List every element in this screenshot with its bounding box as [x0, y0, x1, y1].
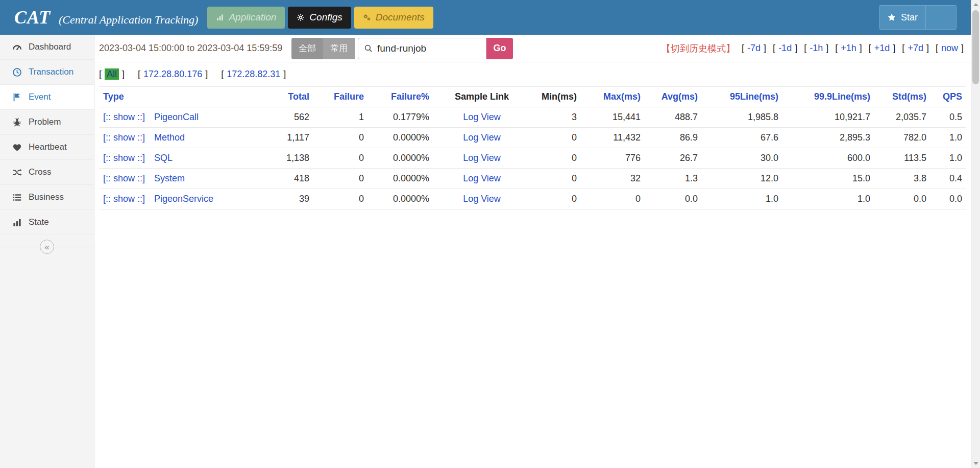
log-view-link[interactable]: Log View: [463, 112, 501, 122]
time-shift-item: [-1d]: [773, 43, 797, 54]
app-header: CAT (Central Application Tracking) Appli…: [0, 0, 971, 35]
machine-ip-list: [172.28.80.176][172.28.82.31]: [138, 69, 286, 80]
heart-icon: [12, 143, 22, 152]
history-mode-link[interactable]: 【切到历史模式】: [662, 42, 735, 55]
failure-cell: 0: [313, 189, 368, 209]
type-link[interactable]: PigeonService: [154, 194, 213, 204]
gear-icon: [297, 13, 305, 21]
sidebar-item-problem[interactable]: Problem: [0, 110, 94, 135]
bracket: [: [99, 69, 102, 79]
col-header-failure[interactable]: Failure: [313, 87, 368, 107]
time-shift-link[interactable]: +1h: [841, 43, 856, 53]
sidebar-item-label: Transaction: [29, 67, 74, 77]
log-view-link[interactable]: Log View: [463, 132, 501, 143]
avg-cell: 86.9: [645, 128, 702, 148]
min-cell: 3: [530, 107, 581, 128]
star-button[interactable]: Star: [879, 6, 925, 29]
app-subtitle: (Central Application Tracking): [59, 13, 198, 27]
machine-filter-all: [All]: [99, 69, 125, 80]
bracket: ]: [961, 43, 964, 53]
col-header-avg-ms-[interactable]: Avg(ms): [645, 87, 702, 107]
total-cell: 1,117: [255, 128, 313, 148]
max-cell: 32: [581, 169, 645, 189]
show-toggle-link[interactable]: [:: show ::]: [103, 153, 145, 163]
shuffle-icon: [12, 168, 22, 177]
time-shift-link[interactable]: -7d: [747, 43, 761, 53]
sidebar-collapse-button[interactable]: «: [40, 240, 54, 254]
log-view-link[interactable]: Log View: [463, 194, 501, 204]
bracket: ]: [283, 69, 286, 79]
line999-cell: 2,895.3: [782, 128, 874, 148]
avg-cell: 26.7: [645, 148, 702, 169]
nav-documents-button[interactable]: Documents: [354, 7, 433, 29]
time-links: [-7d][-1d][-1h][+1h][+1d][+7d][now]: [742, 43, 964, 54]
sidebar-item-state[interactable]: State: [0, 210, 94, 235]
nav-configs-button[interactable]: Configs: [288, 7, 351, 29]
show-toggle-link[interactable]: [:: show ::]: [103, 112, 145, 122]
bar-chart-icon: [216, 13, 224, 21]
sidebar-item-event[interactable]: Event: [0, 85, 94, 110]
quick-filter-button[interactable]: 全部: [291, 38, 323, 59]
col-header-total[interactable]: Total: [255, 87, 313, 107]
scroll-up-arrow-icon[interactable]: [971, 0, 980, 9]
header-nav: Application Configs Documents: [207, 7, 433, 29]
star-button-group: Star: [879, 5, 957, 30]
bracket: ]: [860, 43, 862, 53]
show-toggle-link[interactable]: [:: show ::]: [103, 194, 145, 204]
bracket: [: [221, 69, 224, 79]
col-header-99-9line-ms-[interactable]: 99.9Line(ms): [782, 87, 874, 107]
sidebar-item-business[interactable]: Business: [0, 185, 94, 210]
line95-cell: 1,985.8: [702, 107, 782, 128]
sidebar-item-label: Event: [29, 92, 51, 102]
scroll-down-arrow-icon[interactable]: [971, 459, 980, 468]
time-shift-link[interactable]: -1h: [810, 43, 823, 53]
nav-application-button[interactable]: Application: [207, 7, 285, 29]
star-button-label: Star: [901, 12, 918, 23]
scrollbar-thumb[interactable]: [972, 10, 979, 84]
col-header-failure-[interactable]: Failure%: [368, 87, 433, 107]
time-shift-link[interactable]: +7d: [908, 43, 923, 53]
table-body: [:: show ::] PigeonCall 562 1 0.1779% Lo…: [99, 107, 966, 209]
quick-filter-button[interactable]: 常用: [323, 38, 355, 59]
col-header-std-ms-[interactable]: Std(ms): [874, 87, 930, 107]
col-header-type[interactable]: Type: [99, 87, 255, 107]
col-header-qps[interactable]: QPS: [930, 87, 966, 107]
search-input[interactable]: [377, 43, 480, 54]
go-button[interactable]: Go: [486, 38, 513, 59]
star-count-button[interactable]: [925, 6, 956, 29]
show-toggle-link[interactable]: [:: show ::]: [103, 132, 145, 143]
bracket: ]: [826, 43, 828, 53]
show-toggle-link[interactable]: [:: show ::]: [103, 173, 145, 183]
avg-cell: 1.3: [645, 169, 702, 189]
log-view-link[interactable]: Log View: [463, 173, 501, 183]
col-header-max-ms-[interactable]: Max(ms): [581, 87, 645, 107]
col-header-min-ms-: Min(ms): [530, 87, 581, 107]
bracket: ]: [795, 43, 797, 53]
sidebar-items: Dashboard Transaction Event Problem Hear…: [0, 35, 94, 235]
time-shift-item: [+7d]: [902, 43, 929, 54]
bracket: [: [869, 43, 871, 53]
type-link[interactable]: PigeonCall: [154, 112, 199, 122]
machine-ip-link[interactable]: 172.28.80.176: [143, 69, 202, 79]
type-link[interactable]: SQL: [154, 153, 173, 163]
toolbar: 2023-03-04 15:00:00 to 2023-03-04 15:59:…: [94, 35, 971, 62]
col-header-95line-ms-[interactable]: 95Line(ms): [702, 87, 782, 107]
log-view-link[interactable]: Log View: [463, 153, 501, 163]
machine-all-link[interactable]: All: [105, 68, 119, 80]
failure-pct-cell: 0.0000%: [368, 128, 433, 148]
sidebar-item-heartbeat[interactable]: Heartbeat: [0, 135, 94, 160]
machine-ip-link[interactable]: 172.28.82.31: [227, 69, 280, 79]
table-row: [:: show ::] PigeonCall 562 1 0.1779% Lo…: [99, 107, 966, 128]
time-shift-link[interactable]: -1d: [778, 43, 792, 53]
sidebar-item-dashboard[interactable]: Dashboard: [0, 35, 94, 60]
type-link[interactable]: System: [154, 173, 185, 183]
time-shift-link[interactable]: now: [941, 43, 958, 53]
time-shift-link[interactable]: +1d: [874, 43, 890, 53]
scrollbar: [971, 0, 980, 468]
gauge-icon: [12, 42, 22, 52]
sidebar-item-cross[interactable]: Cross: [0, 160, 94, 185]
type-link[interactable]: Method: [154, 132, 185, 143]
std-cell: 2,035.7: [874, 107, 930, 128]
max-cell: 11,432: [581, 128, 645, 148]
sidebar-item-transaction[interactable]: Transaction: [0, 60, 94, 85]
